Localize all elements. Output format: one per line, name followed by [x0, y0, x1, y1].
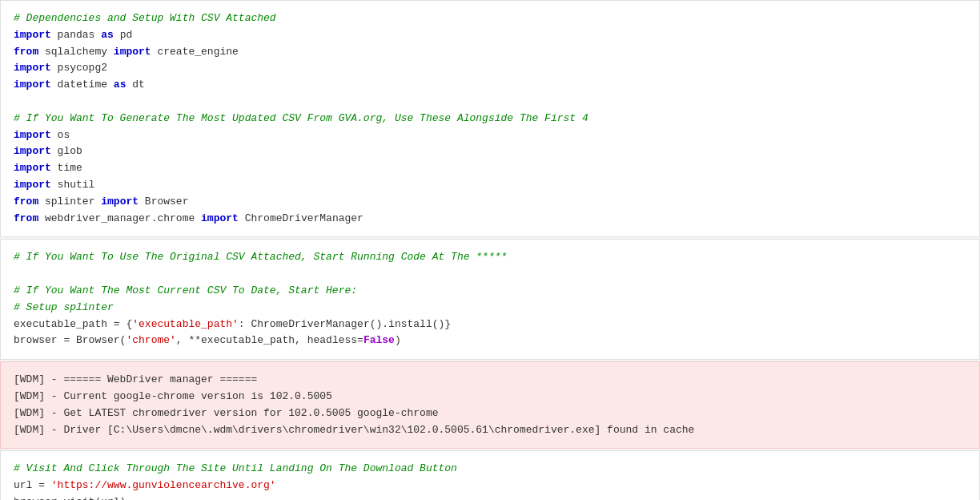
keyword: False [363, 334, 395, 346]
code-content-1: # Dependencies and Setup With CSV Attach… [14, 10, 966, 227]
keyword: import [201, 212, 239, 224]
code-cell-4: # Visit And Click Through The Site Until… [0, 450, 980, 500]
keyword: from [14, 46, 38, 58]
keyword: import [14, 145, 51, 157]
comment: # If You Want The Most Current CSV To Da… [14, 284, 357, 296]
output-line: [WDM] - ====== WebDriver manager ====== [14, 373, 257, 385]
code-cell-1: # Dependencies and Setup With CSV Attach… [0, 0, 980, 237]
string: 'executable_path' [132, 318, 239, 330]
keyword: import [14, 79, 51, 91]
keyword: import [14, 162, 51, 174]
comment: # If You Want To Use The Original CSV At… [14, 251, 507, 263]
keyword: import [114, 46, 151, 58]
code-content-2: # If You Want To Use The Original CSV At… [14, 249, 966, 349]
output-cell-3: [WDM] - ====== WebDriver manager ====== … [0, 361, 980, 449]
output-line: [WDM] - Current google-chrome version is… [14, 390, 332, 402]
notebook-container: # Dependencies and Setup With CSV Attach… [0, 0, 980, 500]
string: 'https://www.gunviolencearchive.org' [51, 479, 276, 491]
comment: # Dependencies and Setup With CSV Attach… [14, 12, 276, 24]
keyword: import [14, 179, 51, 191]
comment: # Visit And Click Through The Site Until… [14, 462, 457, 474]
string: 'chrome' [126, 334, 175, 346]
keyword: as [114, 79, 127, 91]
keyword: from [14, 196, 38, 208]
keyword: as [101, 29, 114, 41]
code-content-4: # Visit And Click Through The Site Until… [14, 461, 966, 500]
keyword: import [14, 129, 51, 141]
output-line: [WDM] - Driver [C:\Users\dmcne\.wdm\driv… [14, 424, 694, 436]
comment: # Setup splinter [14, 301, 114, 313]
code-cell-2: # If You Want To Use The Original CSV At… [0, 239, 980, 360]
comment: # If You Want To Generate The Most Updat… [14, 112, 588, 124]
keyword: import [14, 62, 51, 74]
keyword: from [14, 212, 38, 224]
keyword: import [101, 196, 139, 208]
keyword: import [14, 29, 51, 41]
output-content-3: [WDM] - ====== WebDriver manager ====== … [14, 372, 966, 438]
output-line: [WDM] - Get LATEST chromedriver version … [14, 407, 439, 419]
